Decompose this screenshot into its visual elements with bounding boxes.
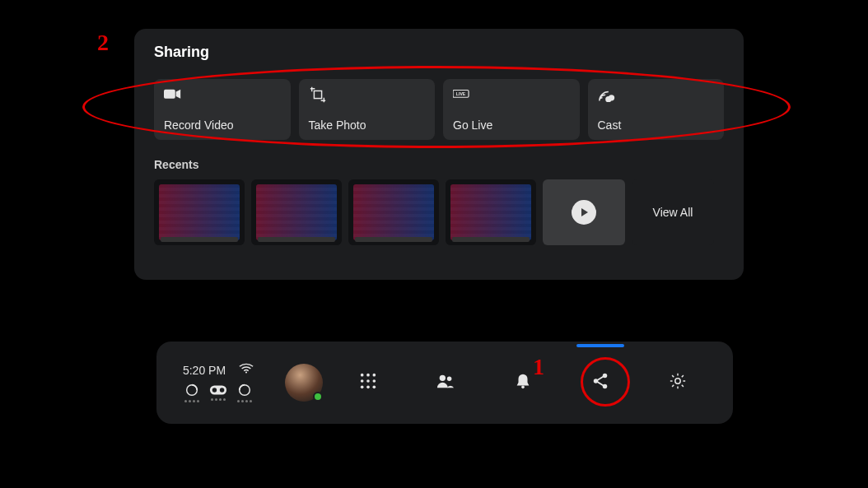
sys-button-1[interactable] (184, 383, 199, 402)
nav-people[interactable] (427, 365, 464, 401)
svg-point-22 (447, 377, 452, 382)
cast-icon (598, 87, 616, 102)
recent-thumbnail[interactable] (348, 179, 439, 245)
sys-button-3[interactable] (237, 383, 252, 402)
wifi-icon (239, 363, 254, 378)
bell-icon (514, 372, 532, 393)
clock: 5:20 PM (183, 364, 226, 377)
nav-notifications[interactable] (505, 365, 541, 401)
svg-point-23 (521, 386, 525, 389)
go-live-tile[interactable]: LIVE Go Live (443, 79, 580, 140)
record-video-tile[interactable]: Record Video (154, 79, 291, 140)
svg-rect-0 (164, 90, 175, 99)
svg-point-21 (440, 375, 446, 381)
camera-crop-icon (309, 87, 327, 102)
people-icon (436, 372, 455, 393)
presence-indicator (313, 392, 323, 402)
sharing-action-tiles: Record Video Take Photo LIVE Go Live Cas… (154, 79, 724, 140)
take-photo-label: Take Photo (309, 119, 426, 132)
svg-point-20 (373, 386, 376, 389)
recent-thumbnail[interactable] (446, 179, 536, 245)
apps-grid-icon (359, 372, 377, 393)
view-all-tile[interactable]: View All (632, 179, 714, 245)
svg-text:LIVE: LIVE (456, 91, 466, 96)
svg-rect-1 (314, 91, 321, 98)
recent-thumbnail[interactable] (251, 179, 342, 245)
svg-point-16 (366, 379, 370, 383)
gear-icon (669, 372, 687, 393)
record-video-icon (164, 87, 182, 102)
view-all-label: View All (653, 206, 693, 219)
svg-point-6 (245, 371, 247, 373)
nav-apps[interactable] (350, 365, 386, 401)
svg-point-10 (220, 388, 225, 393)
recent-thumbnail[interactable] (154, 179, 245, 245)
sharing-panel-title: Sharing (154, 44, 724, 61)
system-dock: 5:20 PM (156, 342, 733, 424)
avatar[interactable] (285, 364, 323, 402)
nav-settings[interactable] (660, 365, 696, 401)
sys-button-2[interactable] (209, 384, 227, 401)
live-badge-icon: LIVE (453, 87, 471, 102)
record-video-label: Record Video (164, 119, 281, 132)
nav-share[interactable] (582, 365, 618, 401)
svg-point-15 (361, 379, 364, 383)
dock-nav (329, 365, 733, 401)
system-tray (184, 383, 252, 402)
svg-point-27 (675, 379, 680, 383)
play-more-tile[interactable] (543, 179, 625, 245)
svg-point-12 (361, 374, 364, 377)
sharing-panel: Sharing Record Video Take Photo LIVE Go … (134, 29, 744, 280)
take-photo-tile[interactable]: Take Photo (299, 79, 436, 140)
svg-point-19 (366, 386, 370, 389)
annotation-number-2: 2 (97, 30, 109, 56)
active-indicator (576, 344, 624, 347)
svg-point-9 (212, 388, 217, 393)
svg-point-13 (366, 374, 370, 377)
svg-point-18 (361, 386, 364, 389)
svg-point-14 (373, 374, 376, 377)
share-icon (591, 372, 609, 393)
svg-point-5 (605, 96, 611, 102)
dock-status-area: 5:20 PM (156, 342, 280, 424)
play-icon (572, 200, 596, 225)
cast-label: Cast (598, 119, 715, 132)
svg-point-17 (373, 379, 376, 383)
recents-heading: Recents (154, 158, 724, 171)
recents-row: View All (154, 179, 724, 245)
cast-tile[interactable]: Cast (588, 79, 725, 140)
go-live-label: Go Live (453, 119, 570, 132)
